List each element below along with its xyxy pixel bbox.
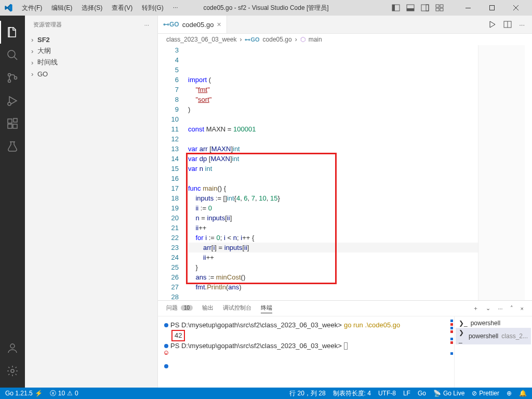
terminal[interactable]: PS D:\mysetup\gopath\src\sf2\class_2023_… — [158, 316, 449, 388]
layout-custom-icon[interactable] — [435, 4, 444, 12]
svg-point-14 — [8, 80, 11, 83]
status-eol[interactable]: LF — [403, 390, 410, 397]
menu-more[interactable]: ··· — [169, 2, 182, 15]
svg-point-15 — [15, 77, 17, 79]
activity-settings-icon[interactable] — [0, 360, 25, 382]
status-notifications-icon[interactable]: 🔔 — [519, 390, 527, 397]
activity-source-control-icon[interactable] — [0, 66, 25, 89]
menu-go[interactable]: 转到(G) — [138, 2, 167, 15]
svg-rect-20 — [14, 118, 17, 122]
svg-rect-9 — [440, 8, 443, 11]
svg-point-13 — [8, 74, 11, 76]
svg-point-16 — [8, 102, 11, 105]
go-file-icon: ⊷GO — [163, 21, 179, 28]
window-title: code05.go - sf2 - Visual Studio Code [管理… — [203, 4, 328, 12]
svg-rect-6 — [436, 5, 439, 7]
run-icon[interactable] — [488, 20, 496, 29]
svg-rect-7 — [440, 5, 443, 7]
layout-sidebar-left-icon[interactable] — [392, 4, 400, 12]
close-button[interactable] — [504, 0, 528, 16]
terminal-entry-2[interactable]: ❯_powershell class_2... — [456, 328, 531, 344]
svg-rect-10 — [466, 8, 471, 8]
svg-rect-1 — [392, 5, 395, 11]
svg-rect-11 — [490, 6, 495, 10]
status-bar: Go 1.21.5⚡ ⓧ10⚠0 行 20，列 28 制表符长度: 4 UTF-… — [0, 388, 532, 399]
panel-maximize-icon[interactable]: ˄ — [510, 305, 513, 312]
editor-pane: ⊷GO code05.go × ··· class_2023_06_03_wee… — [158, 16, 532, 388]
menu-file[interactable]: 文件(F) — [18, 2, 46, 15]
activity-testing-icon[interactable] — [0, 135, 25, 158]
explorer-sidebar: 资源管理器 ··· ›SF2 ›大纲 ›时间线 ›GO — [25, 16, 158, 388]
activity-debug-icon[interactable] — [0, 89, 25, 112]
svg-rect-3 — [407, 8, 414, 11]
status-go-version[interactable]: Go 1.21.5⚡ — [5, 390, 43, 397]
sidebar-section-sf2[interactable]: ›SF2 — [25, 34, 157, 45]
minimap[interactable] — [478, 45, 525, 300]
panel-more-icon[interactable]: ··· — [498, 305, 502, 312]
terminal-entry-1[interactable]: ❯_powershell — [456, 318, 531, 328]
svg-rect-5 — [426, 5, 429, 11]
terminal-icon: ❯_ — [459, 320, 468, 327]
sidebar-section-outline[interactable]: ›大纲 — [25, 45, 157, 57]
status-encoding[interactable]: UTF-8 — [378, 390, 396, 397]
status-problems[interactable]: ⓧ10⚠0 — [50, 389, 78, 398]
editor-more-icon[interactable]: ··· — [519, 21, 525, 29]
code-editor[interactable]: 3456789101112131415161718192021222324252… — [158, 45, 532, 300]
annotation-result-box: 42 — [171, 330, 185, 341]
svg-rect-18 — [8, 124, 12, 128]
terminal-list: ❯_powershell ❯_powershell class_2... — [454, 316, 532, 388]
panel-tab-output[interactable]: 输出 — [202, 304, 214, 313]
tab-close-icon[interactable]: × — [217, 20, 221, 29]
new-terminal-icon[interactable]: ＋ — [473, 304, 478, 312]
activity-search-icon[interactable] — [0, 44, 25, 66]
svg-rect-19 — [13, 124, 17, 128]
symbol-icon: ⬡ — [300, 36, 305, 43]
panel-tab-debug[interactable]: 调试控制台 — [223, 304, 251, 313]
sidebar-section-go[interactable]: ›GO — [25, 68, 157, 79]
activity-account-icon[interactable] — [0, 337, 25, 360]
svg-rect-4 — [421, 5, 429, 11]
svg-point-21 — [10, 344, 15, 348]
status-prettier[interactable]: ⊘Prettier — [472, 390, 499, 397]
sidebar-section-timeline[interactable]: ›时间线 — [25, 57, 157, 68]
status-feedback-icon[interactable]: ⊕ — [507, 390, 512, 397]
svg-point-22 — [11, 369, 14, 373]
activity-explorer-icon[interactable] — [0, 21, 25, 44]
svg-rect-8 — [436, 8, 439, 11]
tab-label: code05.go — [182, 21, 214, 29]
status-indentation[interactable]: 制表符长度: 4 — [333, 389, 371, 398]
status-language[interactable]: Go — [418, 390, 426, 397]
status-cursor[interactable]: 行 20，列 28 — [289, 389, 325, 398]
layout-sidebar-right-icon[interactable] — [421, 4, 429, 12]
terminal-split-dropdown-icon[interactable]: ⌄ — [486, 305, 490, 312]
titlebar: 文件(F) 编辑(E) 选择(S) 查看(V) 转到(G) ··· code05… — [0, 0, 532, 16]
panel-tab-terminal[interactable]: 终端 — [261, 304, 272, 313]
go-file-icon: ⊷GO — [245, 36, 259, 43]
sidebar-title: 资源管理器 — [33, 21, 62, 29]
split-editor-icon[interactable] — [503, 20, 512, 29]
activity-extensions-icon[interactable] — [0, 112, 25, 135]
status-go-live[interactable]: 📡Go Live — [433, 390, 464, 397]
menu-view[interactable]: 查看(V) — [108, 2, 137, 15]
svg-rect-17 — [8, 119, 12, 123]
bottom-panel: 问题10 输出 调试控制台 终端 ＋ ⌄ ··· ˄ × PS D:\myset… — [158, 300, 532, 388]
minimize-button[interactable] — [456, 0, 480, 16]
panel-tab-problems[interactable]: 问题10 — [166, 304, 193, 313]
tab-code05[interactable]: ⊷GO code05.go × — [158, 16, 227, 33]
vscode-logo-icon — [4, 4, 12, 12]
terminal-overview-ruler — [449, 316, 454, 388]
menu-selection[interactable]: 选择(S) — [77, 2, 107, 15]
svg-point-12 — [8, 50, 15, 58]
menu-edit[interactable]: 编辑(E) — [47, 2, 76, 15]
panel-close-icon[interactable]: × — [521, 305, 524, 312]
activity-bar — [0, 16, 25, 388]
maximize-button[interactable] — [480, 0, 504, 16]
menu-bar: 文件(F) 编辑(E) 选择(S) 查看(V) 转到(G) ··· — [18, 2, 182, 15]
layout-panel-icon[interactable] — [406, 4, 415, 12]
tab-bar: ⊷GO code05.go × ··· — [158, 16, 532, 34]
terminal-icon: ❯_ — [459, 329, 466, 343]
breadcrumbs[interactable]: class_2023_06_03_week› ⊷GOcode05.go› ⬡ma… — [158, 34, 532, 45]
sidebar-more-icon[interactable]: ··· — [144, 22, 149, 28]
